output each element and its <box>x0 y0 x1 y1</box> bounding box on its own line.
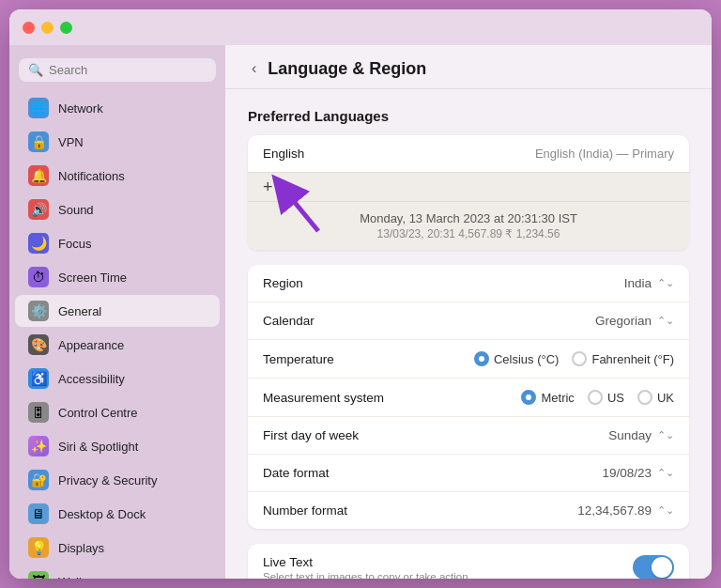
minimize-button[interactable] <box>41 22 54 34</box>
fahrenheit-radio[interactable] <box>572 351 587 366</box>
search-input[interactable] <box>49 63 207 77</box>
main-body: Preferred Languages English English (Ind… <box>225 89 712 579</box>
settings-window: 🔍 🌐 Network 🔒 VPN 🔔 Notifications 🔊 Soun… <box>9 9 712 579</box>
us-radio[interactable] <box>588 390 603 405</box>
vpn-icon: 🔒 <box>28 132 49 152</box>
sidebar-item-label: Displays <box>58 541 104 555</box>
firstday-select[interactable]: Sunday ⌃⌄ <box>608 428 674 442</box>
sidebar-item-appearance[interactable]: 🎨 Appearance <box>15 329 220 361</box>
measurement-radio-group: Metric US UK <box>521 390 674 405</box>
sidebar-item-privacy[interactable]: 🔐 Privacy & Security <box>15 464 220 496</box>
sidebar-item-label: VPN <box>58 135 84 149</box>
uk-radio[interactable] <box>637 390 652 405</box>
sidebar-item-label: Network <box>58 101 103 116</box>
us-option[interactable]: US <box>588 390 624 405</box>
celsius-radio[interactable] <box>474 351 489 366</box>
numberformat-value: 12,34,567.89 <box>577 503 652 518</box>
toggle-knob <box>652 557 672 578</box>
sidebar-item-focus[interactable]: 🌙 Focus <box>15 227 220 259</box>
sidebar-item-notifications[interactable]: 🔔 Notifications <box>15 160 220 192</box>
sidebar-item-general[interactable]: ⚙️ General <box>15 295 220 327</box>
controlcentre-icon: 🎛 <box>28 402 49 423</box>
metric-option[interactable]: Metric <box>521 390 574 405</box>
region-value: India <box>624 276 652 290</box>
sidebar-item-vpn[interactable]: 🔒 VPN <box>15 126 220 158</box>
numberformat-label: Number format <box>263 503 577 518</box>
screentime-icon: ⏱ <box>28 267 49 287</box>
back-button[interactable]: ‹ <box>248 58 260 79</box>
sidebar-item-label: Siri & Spotlight <box>58 440 138 454</box>
fahrenheit-option[interactable]: Fahrenheit (°F) <box>572 351 674 366</box>
celsius-option[interactable]: Celsius (°C) <box>474 351 559 366</box>
firstday-stepper: ⌃⌄ <box>657 429 674 441</box>
uk-option[interactable]: UK <box>637 390 674 405</box>
dateformat-row: Date format 19/08/23 ⌃⌄ <box>248 455 689 492</box>
sidebar-item-wallpaper[interactable]: 🖼 Wallpaper <box>15 565 220 579</box>
sidebar-item-desktop[interactable]: 🖥 Desktop & Dock <box>15 498 220 530</box>
calendar-label: Calendar <box>263 314 595 328</box>
sidebar-item-label: General <box>58 304 101 318</box>
livetext-row: Live Text Select text in images to copy … <box>248 544 689 579</box>
temperature-radio-group: Celsius (°C) Fahrenheit (°F) <box>474 351 674 366</box>
sidebar-item-screentime[interactable]: ⏱ Screen Time <box>15 261 220 293</box>
sidebar-item-sound[interactable]: 🔊 Sound <box>15 193 220 225</box>
calendar-row: Calendar Gregorian ⌃⌄ <box>248 302 689 340</box>
languages-card: English English (India) — Primary + − <box>248 135 689 250</box>
sidebar-item-label: Desktop & Dock <box>58 507 146 521</box>
metric-radio[interactable] <box>521 390 536 405</box>
sidebar-item-displays[interactable]: 💡 Displays <box>15 532 220 564</box>
traffic-lights <box>23 22 72 34</box>
firstday-value: Sunday <box>608 428 652 442</box>
sidebar-item-siri[interactable]: ✨ Siri & Spotlight <box>15 430 220 462</box>
temperature-row: Temperature Celsius (°C) Fahrenheit (°F) <box>248 340 689 379</box>
search-bar[interactable]: 🔍 <box>19 58 216 82</box>
region-select[interactable]: India ⌃⌄ <box>624 276 674 290</box>
region-stepper: ⌃⌄ <box>657 277 674 289</box>
date-preview-line2: 13/03/23, 20:31 4,567.89 ₹ 1,234.56 <box>263 227 674 240</box>
wallpaper-icon: 🖼 <box>28 571 49 579</box>
livetext-info: Live Text Select text in images to copy … <box>263 555 633 579</box>
numberformat-select[interactable]: 12,34,567.89 ⌃⌄ <box>577 503 674 518</box>
appearance-icon: 🎨 <box>28 334 49 355</box>
preferred-languages-label: Preferred Languages <box>248 108 689 124</box>
livetext-toggle[interactable] <box>633 555 674 579</box>
desktop-icon: 🖥 <box>28 503 49 524</box>
sidebar-item-controlcentre[interactable]: 🎛 Control Centre <box>15 396 220 428</box>
measurement-row: Measurement system Metric US <box>248 379 689 417</box>
displays-icon: 💡 <box>28 537 49 558</box>
privacy-icon: 🔐 <box>28 470 49 490</box>
sidebar-item-label: Screen Time <box>58 271 127 285</box>
celsius-label: Celsius (°C) <box>494 352 559 366</box>
sidebar-item-label: Appearance <box>58 338 124 352</box>
firstday-label: First day of week <box>263 428 608 442</box>
numberformat-row: Number format 12,34,567.89 ⌃⌄ <box>248 492 689 529</box>
add-language-button[interactable]: + <box>261 178 275 195</box>
dateformat-stepper: ⌃⌄ <box>657 467 674 479</box>
temperature-label: Temperature <box>263 352 474 366</box>
siri-icon: ✨ <box>28 436 49 456</box>
title-bar <box>9 9 712 45</box>
livetext-label: Live Text <box>263 555 633 569</box>
region-card: Region India ⌃⌄ Calendar Gregorian ⌃⌄ <box>248 265 689 529</box>
date-preview-line1: Monday, 13 March 2023 at 20:31:30 IST <box>263 211 674 225</box>
calendar-value: Gregorian <box>595 314 652 328</box>
network-icon: 🌐 <box>28 98 49 118</box>
sidebar-item-network[interactable]: 🌐 Network <box>15 92 220 124</box>
sound-icon: 🔊 <box>28 199 49 220</box>
calendar-stepper: ⌃⌄ <box>657 315 674 327</box>
sidebar-item-accessibility[interactable]: ♿ Accessibility <box>15 363 220 395</box>
remove-language-button[interactable]: − <box>286 178 300 195</box>
language-row: English English (India) — Primary <box>248 135 689 172</box>
dateformat-select[interactable]: 19/08/23 ⌃⌄ <box>602 466 674 480</box>
sidebar-item-label: Accessibility <box>58 372 125 386</box>
add-remove-bar: + − <box>248 172 689 201</box>
close-button[interactable] <box>23 22 35 34</box>
notifications-icon: 🔔 <box>28 165 49 186</box>
numberformat-stepper: ⌃⌄ <box>657 504 674 517</box>
date-preview: Monday, 13 March 2023 at 20:31:30 IST 13… <box>248 201 689 250</box>
region-label: Region <box>263 276 624 290</box>
calendar-select[interactable]: Gregorian ⌃⌄ <box>595 314 674 328</box>
dateformat-value: 19/08/23 <box>602 466 652 480</box>
maximize-button[interactable] <box>60 22 72 34</box>
sidebar-item-label: Notifications <box>58 169 125 183</box>
